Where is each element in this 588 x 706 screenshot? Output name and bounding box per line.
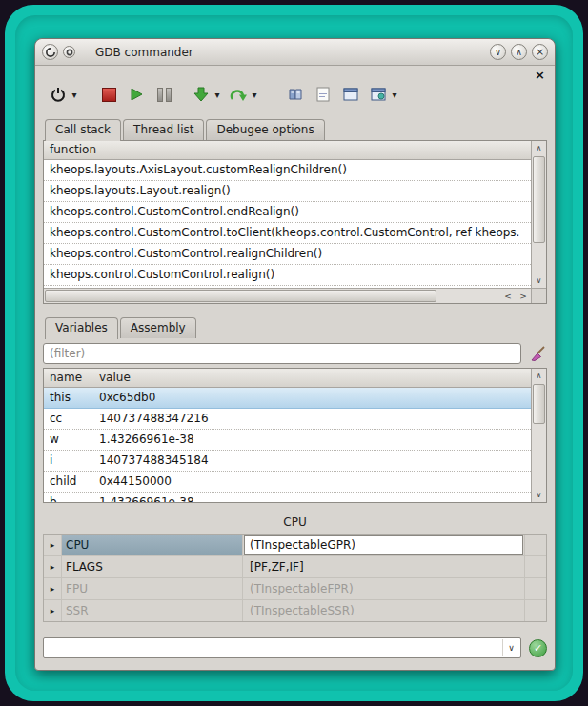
vertical-scrollbar[interactable]: ∧ ∨ — [531, 141, 546, 288]
check-icon: ✓ — [534, 642, 542, 655]
scroll-thumb[interactable] — [533, 156, 545, 243]
cpu-row[interactable]: ▸ CPU (TInspectableGPR) — [44, 535, 546, 556]
confirm-button[interactable]: ✓ — [529, 639, 547, 657]
app-icon[interactable] — [42, 44, 58, 60]
cpu-row[interactable]: ▸ SSR (TInspectableSSR) — [44, 600, 546, 621]
horizontal-scrollbar[interactable]: < > — [44, 288, 531, 303]
variable-row[interactable]: cc 140737488347216 — [44, 409, 531, 430]
expander-icon[interactable]: ▸ — [44, 535, 61, 555]
play-icon — [130, 88, 143, 101]
cpu-row-filler — [524, 578, 546, 599]
cpu-value-editor[interactable]: (TInspectableGPR) — [244, 535, 523, 555]
variables-panel: name value this 0xc65db0 cc 140737488347… — [43, 368, 547, 503]
gdb-commander-window: GDB commander ∨ ∧ × × ▾ — [34, 38, 556, 671]
cpu-row[interactable]: ▸ FPU (TInspectableFPR) — [44, 578, 546, 600]
chevron-down-icon[interactable]: ▾ — [250, 90, 259, 100]
cpu-row-value: (TInspectableSSR) — [242, 600, 524, 621]
minimize-button[interactable]: ∨ — [490, 44, 506, 60]
scroll-up-button[interactable]: ∧ — [532, 369, 546, 383]
pause-button[interactable] — [152, 83, 175, 106]
curved-arrow-icon — [230, 87, 247, 102]
window-title: GDB commander — [95, 46, 193, 59]
column-header-name: name — [44, 369, 91, 387]
call-stack-row[interactable]: kheops.control.CustomControl.realignChil… — [44, 244, 531, 265]
stop-icon — [102, 88, 116, 102]
options-button[interactable] — [367, 83, 390, 106]
cpu-row-value: [PF,ZF,IF] — [242, 556, 524, 577]
call-stack-row[interactable]: kheops.layouts.AxisLayout.customRealignC… — [44, 160, 531, 181]
variable-row[interactable]: b 1.43266961e-38 — [44, 493, 531, 502]
scroll-thumb[interactable] — [45, 290, 436, 302]
tab-assembly[interactable]: Assembly — [120, 317, 196, 338]
expander-icon[interactable]: ▸ — [44, 578, 61, 599]
variable-name: w — [44, 430, 91, 450]
column-header-function: function — [44, 141, 531, 160]
cpu-row-name: FLAGS — [61, 556, 242, 577]
window-body: × ▾ — [35, 66, 555, 670]
variable-value: 1.43266961e-38 — [91, 493, 531, 502]
broom-icon — [529, 345, 546, 362]
tab-variables[interactable]: Variables — [45, 317, 118, 339]
step-over-group: ▾ — [227, 83, 259, 106]
arrow-down-icon — [193, 87, 209, 102]
tab-thread-list[interactable]: Thread list — [123, 119, 204, 140]
scroll-down-button[interactable]: ∨ — [532, 488, 546, 502]
docs-button[interactable] — [284, 83, 307, 106]
scroll-up-button[interactable]: ∧ — [532, 141, 546, 155]
close-button[interactable]: × — [532, 44, 548, 60]
power-group: ▾ — [47, 83, 79, 106]
cpu-inspector: CPU ▸ CPU (TInspectableGPR) ▸ FLAGS [PF,… — [43, 514, 547, 622]
call-stack-row[interactable]: kheops.control.CustomControl.realign() — [44, 265, 531, 286]
column-header-value: value — [91, 369, 531, 387]
command-combobox[interactable]: ∨ — [43, 637, 521, 658]
variable-name: child — [44, 472, 91, 492]
variable-row[interactable]: child 0x44150000 — [44, 472, 531, 493]
call-stack-row[interactable]: kheops.control.CustomControl.endRealign(… — [44, 202, 531, 223]
window-icon — [343, 88, 358, 101]
memory-view-button[interactable] — [339, 83, 362, 106]
clear-filter-button[interactable] — [528, 344, 547, 363]
tab-debugee-options[interactable]: Debugee options — [206, 119, 324, 140]
scroll-thumb[interactable] — [533, 384, 545, 424]
window-gear-icon — [371, 88, 386, 101]
step-into-group: ▾ — [190, 83, 222, 106]
power-icon — [51, 87, 66, 102]
cpu-row-name: CPU — [61, 535, 242, 555]
chevron-down-icon[interactable]: ▾ — [213, 90, 222, 100]
tab-call-stack[interactable]: Call stack — [45, 119, 121, 141]
titlebar[interactable]: GDB commander ∨ ∧ × — [35, 39, 555, 66]
power-button[interactable] — [47, 83, 70, 106]
step-into-button[interactable] — [190, 83, 213, 106]
expander-icon[interactable]: ▸ — [44, 556, 61, 577]
expander-icon[interactable]: ▸ — [44, 600, 61, 621]
cpu-row[interactable]: ▸ FLAGS [PF,ZF,IF] — [44, 556, 546, 578]
filter-input[interactable] — [43, 343, 521, 364]
variable-row[interactable]: w 1.43266961e-38 — [44, 430, 531, 451]
cpu-title: CPU — [43, 514, 547, 531]
options-group: ▾ — [367, 83, 399, 106]
call-stack-row[interactable]: kheops.layouts.Layout.realign() — [44, 181, 531, 202]
variable-name: b — [44, 493, 91, 502]
log-button[interactable] — [312, 83, 335, 106]
pause-icon — [157, 88, 172, 102]
maximize-button[interactable]: ∧ — [511, 44, 527, 60]
scroll-down-button[interactable]: ∨ — [532, 273, 546, 288]
menu-icon[interactable] — [63, 46, 75, 58]
continue-button[interactable] — [125, 83, 148, 106]
step-over-button[interactable] — [227, 83, 250, 106]
variable-row[interactable]: i 140737488345184 — [44, 451, 531, 472]
panel-close-icon[interactable]: × — [535, 70, 545, 81]
command-input[interactable] — [44, 638, 511, 657]
scroll-corner — [531, 288, 546, 303]
cpu-row-filler — [524, 556, 546, 577]
variable-row[interactable]: this 0xc65db0 — [44, 388, 531, 409]
vertical-scrollbar[interactable]: ∧ ∨ — [531, 369, 546, 502]
chevron-down-icon[interactable]: ▾ — [70, 90, 79, 100]
call-stack-row[interactable]: kheops.control.CustomControl.toClient(kh… — [44, 223, 531, 244]
chevron-down-icon[interactable]: ▾ — [390, 90, 399, 100]
variables-header: name value — [44, 369, 531, 388]
scroll-right-button[interactable]: > — [516, 289, 531, 303]
chevron-down-icon[interactable]: ∨ — [502, 639, 519, 656]
stop-button[interactable] — [97, 83, 120, 106]
scroll-left-button[interactable]: < — [500, 289, 516, 303]
